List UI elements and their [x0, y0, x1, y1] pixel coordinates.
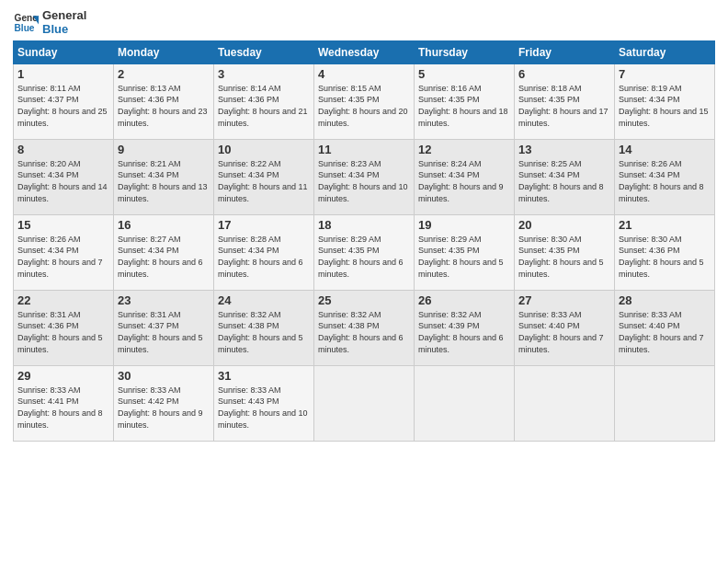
- calendar-cell: 16Sunrise: 8:27 AMSunset: 4:34 PMDayligh…: [114, 214, 214, 290]
- calendar-cell: 13Sunrise: 8:25 AMSunset: 4:34 PMDayligh…: [515, 139, 615, 214]
- calendar-cell: 30Sunrise: 8:33 AMSunset: 4:42 PMDayligh…: [114, 365, 214, 441]
- day-number: 15: [17, 218, 109, 232]
- cell-info: Sunrise: 8:30 AMSunset: 4:36 PMDaylight:…: [619, 235, 704, 279]
- cell-info: Sunrise: 8:26 AMSunset: 4:34 PMDaylight:…: [619, 159, 704, 203]
- cell-info: Sunrise: 8:14 AMSunset: 4:36 PMDaylight:…: [218, 84, 308, 128]
- calendar-cell: [415, 365, 515, 441]
- cell-info: Sunrise: 8:27 AMSunset: 4:34 PMDaylight:…: [118, 235, 203, 279]
- day-number: 20: [518, 218, 610, 232]
- day-number: 29: [17, 369, 109, 383]
- calendar-table: SundayMondayTuesdayWednesdayThursdayFrid…: [13, 40, 715, 442]
- day-number: 13: [518, 143, 610, 156]
- calendar-cell: [515, 365, 615, 441]
- cell-info: Sunrise: 8:32 AMSunset: 4:38 PMDaylight:…: [318, 310, 404, 354]
- day-number: 14: [619, 143, 711, 156]
- cell-info: Sunrise: 8:23 AMSunset: 4:34 PMDaylight:…: [318, 159, 408, 203]
- day-number: 21: [619, 218, 711, 232]
- logo-icon: General Blue: [13, 10, 39, 36]
- cell-info: Sunrise: 8:32 AMSunset: 4:39 PMDaylight:…: [418, 310, 504, 354]
- cell-info: Sunrise: 8:33 AMSunset: 4:43 PMDaylight:…: [218, 385, 308, 430]
- calendar-cell: 7Sunrise: 8:19 AMSunset: 4:34 PMDaylight…: [615, 63, 715, 139]
- calendar-cell: 1Sunrise: 8:11 AMSunset: 4:37 PMDaylight…: [14, 63, 114, 139]
- day-number: 17: [218, 218, 310, 232]
- day-number: 26: [418, 293, 510, 307]
- calendar-cell: [615, 365, 715, 441]
- col-header-monday: Monday: [114, 40, 214, 63]
- day-number: 2: [118, 67, 210, 81]
- cell-info: Sunrise: 8:29 AMSunset: 4:35 PMDaylight:…: [318, 235, 404, 279]
- cell-info: Sunrise: 8:20 AMSunset: 4:34 PMDaylight:…: [17, 159, 108, 203]
- day-number: 5: [418, 67, 510, 81]
- day-number: 24: [218, 293, 310, 307]
- cell-info: Sunrise: 8:24 AMSunset: 4:34 PMDaylight:…: [418, 159, 504, 203]
- calendar-cell: 25Sunrise: 8:32 AMSunset: 4:38 PMDayligh…: [314, 290, 415, 365]
- calendar-cell: 9Sunrise: 8:21 AMSunset: 4:34 PMDaylight…: [114, 139, 214, 214]
- cell-info: Sunrise: 8:15 AMSunset: 4:35 PMDaylight:…: [318, 84, 408, 128]
- cell-info: Sunrise: 8:33 AMSunset: 4:40 PMDaylight:…: [619, 310, 704, 354]
- day-number: 27: [518, 293, 610, 307]
- logo: General Blue General Blue: [13, 9, 86, 37]
- calendar-cell: 31Sunrise: 8:33 AMSunset: 4:43 PMDayligh…: [214, 365, 314, 441]
- week-row-4: 22Sunrise: 8:31 AMSunset: 4:36 PMDayligh…: [14, 290, 715, 365]
- cell-info: Sunrise: 8:28 AMSunset: 4:34 PMDaylight:…: [218, 235, 303, 279]
- calendar-cell: 21Sunrise: 8:30 AMSunset: 4:36 PMDayligh…: [615, 214, 715, 290]
- calendar-cell: 18Sunrise: 8:29 AMSunset: 4:35 PMDayligh…: [314, 214, 415, 290]
- calendar-cell: 11Sunrise: 8:23 AMSunset: 4:34 PMDayligh…: [314, 139, 415, 214]
- cell-info: Sunrise: 8:13 AMSunset: 4:36 PMDaylight:…: [118, 84, 208, 128]
- calendar-cell: 20Sunrise: 8:30 AMSunset: 4:35 PMDayligh…: [515, 214, 615, 290]
- calendar-cell: 4Sunrise: 8:15 AMSunset: 4:35 PMDaylight…: [314, 63, 415, 139]
- cell-info: Sunrise: 8:21 AMSunset: 4:34 PMDaylight:…: [118, 159, 208, 203]
- day-number: 19: [418, 218, 510, 232]
- cell-info: Sunrise: 8:30 AMSunset: 4:35 PMDaylight:…: [518, 235, 604, 279]
- calendar-cell: 12Sunrise: 8:24 AMSunset: 4:34 PMDayligh…: [415, 139, 515, 214]
- day-number: 18: [318, 218, 410, 232]
- cell-info: Sunrise: 8:22 AMSunset: 4:34 PMDaylight:…: [218, 159, 308, 203]
- week-row-1: 1Sunrise: 8:11 AMSunset: 4:37 PMDaylight…: [14, 63, 715, 139]
- day-number: 9: [118, 143, 210, 156]
- calendar-cell: 24Sunrise: 8:32 AMSunset: 4:38 PMDayligh…: [214, 290, 314, 365]
- cell-info: Sunrise: 8:25 AMSunset: 4:34 PMDaylight:…: [518, 159, 604, 203]
- logo-text-general: General: [42, 9, 86, 23]
- day-number: 8: [17, 143, 109, 156]
- cell-info: Sunrise: 8:32 AMSunset: 4:38 PMDaylight:…: [218, 310, 303, 354]
- day-number: 23: [118, 293, 210, 307]
- header-row: SundayMondayTuesdayWednesdayThursdayFrid…: [14, 40, 715, 63]
- calendar-cell: 3Sunrise: 8:14 AMSunset: 4:36 PMDaylight…: [214, 63, 314, 139]
- calendar-cell: 5Sunrise: 8:16 AMSunset: 4:35 PMDaylight…: [415, 63, 515, 139]
- col-header-thursday: Thursday: [415, 40, 515, 63]
- calendar-cell: 22Sunrise: 8:31 AMSunset: 4:36 PMDayligh…: [14, 290, 114, 365]
- day-number: 25: [318, 293, 410, 307]
- day-number: 28: [619, 293, 711, 307]
- day-number: 3: [218, 67, 310, 81]
- calendar-cell: 28Sunrise: 8:33 AMSunset: 4:40 PMDayligh…: [615, 290, 715, 365]
- day-number: 31: [218, 369, 310, 383]
- calendar-cell: 19Sunrise: 8:29 AMSunset: 4:35 PMDayligh…: [415, 214, 515, 290]
- cell-info: Sunrise: 8:19 AMSunset: 4:34 PMDaylight:…: [619, 84, 709, 128]
- calendar-cell: 27Sunrise: 8:33 AMSunset: 4:40 PMDayligh…: [515, 290, 615, 365]
- col-header-sunday: Sunday: [14, 40, 114, 63]
- col-header-friday: Friday: [515, 40, 615, 63]
- day-number: 16: [118, 218, 210, 232]
- day-number: 6: [518, 67, 610, 81]
- calendar-cell: 2Sunrise: 8:13 AMSunset: 4:36 PMDaylight…: [114, 63, 214, 139]
- cell-info: Sunrise: 8:18 AMSunset: 4:35 PMDaylight:…: [518, 84, 609, 128]
- calendar-cell: [314, 365, 415, 441]
- col-header-tuesday: Tuesday: [214, 40, 314, 63]
- calendar-cell: 15Sunrise: 8:26 AMSunset: 4:34 PMDayligh…: [14, 214, 114, 290]
- calendar-cell: 6Sunrise: 8:18 AMSunset: 4:35 PMDaylight…: [515, 63, 615, 139]
- col-header-saturday: Saturday: [615, 40, 715, 63]
- calendar-cell: 10Sunrise: 8:22 AMSunset: 4:34 PMDayligh…: [214, 139, 314, 214]
- cell-info: Sunrise: 8:33 AMSunset: 4:42 PMDaylight:…: [118, 385, 203, 430]
- day-number: 7: [619, 67, 711, 81]
- cell-info: Sunrise: 8:31 AMSunset: 4:37 PMDaylight:…: [118, 310, 203, 354]
- day-number: 22: [17, 293, 109, 307]
- week-row-2: 8Sunrise: 8:20 AMSunset: 4:34 PMDaylight…: [14, 139, 715, 214]
- day-number: 1: [17, 67, 109, 81]
- cell-info: Sunrise: 8:33 AMSunset: 4:40 PMDaylight:…: [518, 310, 604, 354]
- calendar-cell: 14Sunrise: 8:26 AMSunset: 4:34 PMDayligh…: [615, 139, 715, 214]
- cell-info: Sunrise: 8:26 AMSunset: 4:34 PMDaylight:…: [17, 235, 103, 279]
- calendar-cell: 29Sunrise: 8:33 AMSunset: 4:41 PMDayligh…: [14, 365, 114, 441]
- day-number: 11: [318, 143, 410, 156]
- cell-info: Sunrise: 8:31 AMSunset: 4:36 PMDaylight:…: [17, 310, 103, 354]
- cell-info: Sunrise: 8:29 AMSunset: 4:35 PMDaylight:…: [418, 235, 504, 279]
